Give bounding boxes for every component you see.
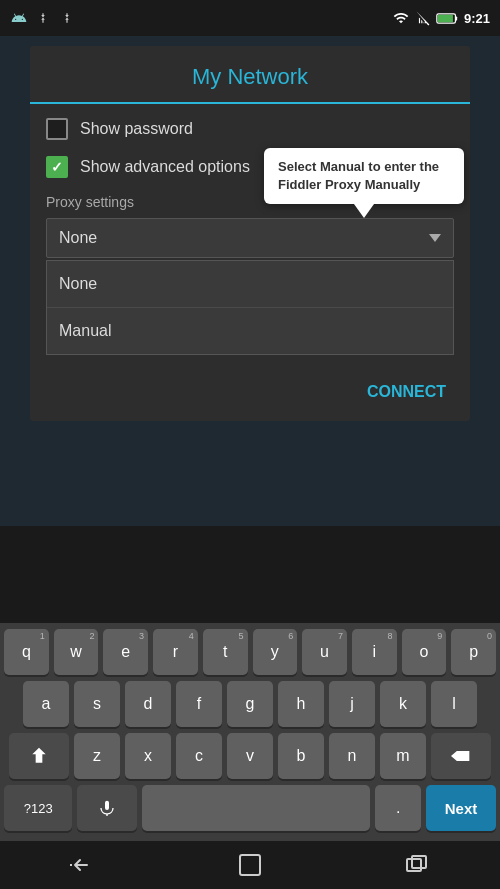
dropdown-arrow-icon	[429, 234, 441, 242]
svg-rect-2	[438, 14, 453, 22]
status-icons-left	[10, 9, 76, 27]
space-key[interactable]	[142, 785, 370, 831]
key-g[interactable]: g	[227, 681, 273, 727]
proxy-option-none[interactable]: None	[47, 261, 453, 308]
show-advanced-checkbox[interactable]	[46, 156, 68, 178]
key-b[interactable]: b	[278, 733, 324, 779]
svg-rect-1	[455, 16, 457, 20]
wifi-icon	[392, 10, 410, 26]
nav-bar	[0, 841, 500, 889]
keyboard-row-4: ?123 . Next	[4, 785, 496, 831]
recents-button[interactable]	[397, 845, 437, 885]
show-password-label: Show password	[80, 120, 193, 138]
key-k[interactable]: k	[380, 681, 426, 727]
key-q[interactable]: 1q	[4, 629, 49, 675]
wifi-dialog: My Network Show password Show advanced o…	[30, 46, 470, 421]
key-w[interactable]: 2w	[54, 629, 99, 675]
key-v[interactable]: v	[227, 733, 273, 779]
android-icon	[10, 9, 28, 27]
dialog-area: My Network Show password Show advanced o…	[0, 36, 500, 526]
signal-icon	[416, 10, 430, 26]
key-h[interactable]: h	[278, 681, 324, 727]
mic-key[interactable]	[77, 785, 137, 831]
usb2-icon	[58, 9, 76, 27]
home-button[interactable]	[230, 845, 270, 885]
key-x[interactable]: x	[125, 733, 171, 779]
key-d[interactable]: d	[125, 681, 171, 727]
key-p[interactable]: 0p	[451, 629, 496, 675]
show-password-checkbox[interactable]	[46, 118, 68, 140]
key-s[interactable]: s	[74, 681, 120, 727]
svg-rect-4	[407, 859, 421, 871]
key-i[interactable]: 8i	[352, 629, 397, 675]
proxy-option-manual[interactable]: Manual	[47, 308, 453, 354]
dialog-actions: Connect	[30, 369, 470, 421]
shift-key[interactable]	[9, 733, 69, 779]
period-key[interactable]: .	[375, 785, 421, 831]
key-j[interactable]: j	[329, 681, 375, 727]
proxy-dropdown-wrapper: Select Manual to enter the Fiddler Proxy…	[46, 218, 454, 355]
key-r[interactable]: 4r	[153, 629, 198, 675]
proxy-tooltip: Select Manual to enter the Fiddler Proxy…	[264, 148, 464, 204]
key-e[interactable]: 3e	[103, 629, 148, 675]
status-bar: 9:21	[0, 0, 500, 36]
svg-rect-5	[412, 856, 426, 868]
key-n[interactable]: n	[329, 733, 375, 779]
show-password-row: Show password	[46, 118, 454, 140]
status-time: 9:21	[464, 11, 490, 26]
key-a[interactable]: a	[23, 681, 69, 727]
dialog-content: Show password Show advanced options Prox…	[30, 104, 470, 369]
next-key[interactable]: Next	[426, 785, 496, 831]
keyboard: 1q 2w 3e 4r 5t 6y 7u 8i 9o 0p a s d f g …	[0, 623, 500, 841]
proxy-selected-value: None	[59, 229, 97, 247]
key-m[interactable]: m	[380, 733, 426, 779]
usb-icon	[34, 9, 52, 27]
back-button[interactable]	[63, 845, 103, 885]
battery-icon	[436, 12, 458, 25]
connect-button[interactable]: Connect	[359, 377, 454, 407]
show-advanced-label: Show advanced options	[80, 158, 250, 176]
key-z[interactable]: z	[74, 733, 120, 779]
symbols-key[interactable]: ?123	[4, 785, 72, 831]
keyboard-row-1: 1q 2w 3e 4r 5t 6y 7u 8i 9o 0p	[4, 629, 496, 675]
key-y[interactable]: 6y	[253, 629, 298, 675]
key-f[interactable]: f	[176, 681, 222, 727]
svg-rect-3	[240, 855, 260, 875]
backspace-key[interactable]	[431, 733, 491, 779]
status-icons-right: 9:21	[392, 10, 490, 26]
proxy-dropdown[interactable]: None	[46, 218, 454, 258]
keyboard-row-2: a s d f g h j k l	[4, 681, 496, 727]
proxy-dropdown-options: None Manual	[46, 260, 454, 355]
key-u[interactable]: 7u	[302, 629, 347, 675]
key-t[interactable]: 5t	[203, 629, 248, 675]
keyboard-row-3: z x c v b n m	[4, 733, 496, 779]
dialog-title: My Network	[30, 46, 470, 104]
key-l[interactable]: l	[431, 681, 477, 727]
key-c[interactable]: c	[176, 733, 222, 779]
key-o[interactable]: 9o	[402, 629, 447, 675]
